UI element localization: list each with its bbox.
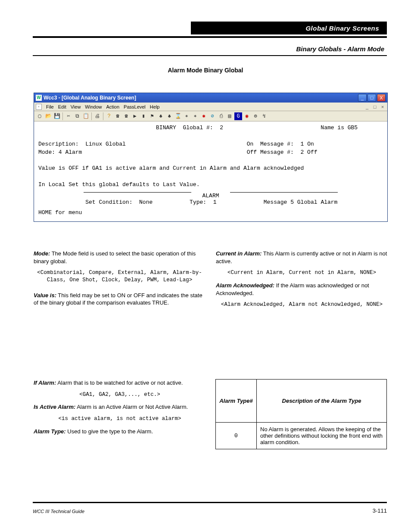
cell-desc: No Alarm is generated. Allows the keepin… <box>257 423 387 449</box>
section-title: Binary Globals - Alarm Mode <box>296 45 385 53</box>
separator-icon <box>91 112 92 120</box>
rule-right <box>230 192 338 193</box>
page-footer: WCC III Technical Guide 3-111 <box>33 502 387 514</box>
inner-close-icon[interactable]: × <box>380 104 386 109</box>
banner-rule <box>33 36 387 38</box>
col-header-num: Alarm Type# <box>216 380 257 423</box>
alarm-heading: ALARM <box>34 193 387 199</box>
menu-file[interactable]: File <box>46 104 54 109</box>
tool-icon[interactable]: G <box>234 112 242 120</box>
para-valueis: Value is: This field may be set to ON or… <box>34 292 206 307</box>
tool-icon[interactable]: ♣ <box>157 112 165 120</box>
description-line: Description: Linux Global On Message #: … <box>38 141 314 147</box>
tool-icon[interactable]: ▤ <box>226 112 234 120</box>
tool-icon[interactable]: ⚑ <box>148 112 156 120</box>
document-icon: ▫ <box>36 104 42 110</box>
section-title-row: Binary Globals - Alarm Mode <box>33 42 387 56</box>
para-ack: Alarm Acknowledged: If the Alarm was ack… <box>216 282 388 297</box>
tool-icon[interactable]: ⚙ <box>252 112 259 120</box>
page-banner: Global Binary Screens <box>33 22 387 38</box>
app-window: W Wcc3 - [Global Analog Binary Screen] _… <box>34 93 388 222</box>
tool-icon[interactable]: ✶ <box>191 112 199 120</box>
para-current: Current in Alarm: This Alarm is currentl… <box>216 250 388 265</box>
menu-passlevel[interactable]: PassLevel <box>124 104 146 109</box>
close-button[interactable]: X <box>377 94 386 102</box>
inner-window-buttons: _ □ × <box>364 104 386 109</box>
body-text: Mode: The Mode field is used to select t… <box>34 250 388 313</box>
menu-help[interactable]: Help <box>150 104 160 109</box>
para-mode: Mode: The Mode field is used to select t… <box>34 250 206 265</box>
col-header-desc: Description of the Alarm Type <box>257 380 387 423</box>
tool-icon[interactable]: ↯ <box>260 112 268 120</box>
maximize-button[interactable]: □ <box>367 94 376 102</box>
cut-icon[interactable]: ✂ <box>65 112 72 120</box>
window-title: Wcc3 - [Global Analog Binary Screen] <box>44 95 358 101</box>
alarm-type-table: Alarm Type# Description of the Alarm Typ… <box>215 379 387 449</box>
print-icon[interactable]: 🖨 <box>93 112 101 120</box>
para-ifalarm: If Alarm: Alarm that is to be watched fo… <box>34 379 206 387</box>
menu-view[interactable]: View <box>71 104 81 109</box>
paste-icon[interactable]: 📋 <box>82 112 90 120</box>
tool-icon[interactable]: ✶ <box>183 112 190 120</box>
menu-window[interactable]: Window <box>85 104 102 109</box>
subheader: Alarm Mode Binary Global <box>0 67 411 74</box>
tool-icon[interactable]: ⊘ <box>209 112 216 120</box>
minimize-button[interactable]: _ <box>358 94 367 102</box>
mode-line: Mode: 4 Alarm Off Message #: 2 Off <box>38 149 318 156</box>
app-icon: W <box>36 95 42 101</box>
global-header-line: BINARY Global #: 2 Name is GB5 <box>38 124 358 131</box>
alarm-detail-line: Set Condition: None Type: 1 Message 5 Gl… <box>34 199 387 205</box>
separator-icon <box>103 112 103 120</box>
help-icon[interactable]: ? <box>105 112 113 120</box>
cell-num: 0 <box>216 423 257 449</box>
tool-icon[interactable]: ⌛ <box>174 112 182 120</box>
rule-left <box>84 192 191 193</box>
footer-page-number: 3-111 <box>373 507 387 514</box>
table-header-row: Alarm Type# Description of the Alarm Typ… <box>216 380 387 423</box>
tool-icon[interactable]: ☎ <box>114 112 121 120</box>
left-block: If Alarm: Alarm that is to be watched fo… <box>34 379 206 439</box>
window-buttons: _ □ X <box>358 94 386 102</box>
terminal-area: BINARY Global #: 2 Name is GB5 Descripti… <box>34 121 387 193</box>
toolbar: ▢ 📂 💾 ✂ ⧉ 📋 🖨 ? ☎ ☎ ▶ ▮ ⚑ ♣ ♣ ⌛ ✶ ✶ ✱ ⊘ … <box>34 111 387 121</box>
menubar: ▫ File Edit View Window Action PassLevel… <box>34 103 387 111</box>
banner-title: Global Binary Screens <box>305 25 379 32</box>
inner-minimize-icon[interactable]: _ <box>364 104 370 109</box>
menu-edit[interactable]: Edit <box>58 104 66 109</box>
localset-line: In Local Set this global defaults to Las… <box>38 181 199 188</box>
tool-icon[interactable]: ♣ <box>165 112 173 120</box>
save-icon[interactable]: 💾 <box>53 112 61 120</box>
new-icon[interactable]: ▢ <box>36 112 44 120</box>
para-isactive: Is Active Alarm: Alarm is an Active Alar… <box>34 403 206 411</box>
current-options: <Current in Alarm, Current not in Alarm,… <box>216 269 388 277</box>
ack-options: <Alarm Acknowledged, Alarm not Acknowled… <box>216 301 388 308</box>
separator-icon <box>62 112 63 120</box>
mode-options: <Combinatorial, Compare, External, Alarm… <box>34 269 206 284</box>
footer-left: WCC III Technical Guide <box>33 509 84 514</box>
para-alarmtype: Alarm Type: Used to give the type to the… <box>34 428 206 436</box>
banner-title-block: Global Binary Screens <box>191 22 387 34</box>
value-line: Value is OFF if GA1 is active alarm and … <box>38 165 304 171</box>
open-icon[interactable]: 📂 <box>44 112 52 120</box>
tool-icon[interactable]: ◉ <box>243 112 251 120</box>
tool-icon[interactable]: ☎ <box>122 112 130 120</box>
tool-icon[interactable]: ▶ <box>131 112 139 120</box>
titlebar: W Wcc3 - [Global Analog Binary Screen] _… <box>34 93 387 103</box>
inner-restore-icon[interactable]: □ <box>372 104 378 109</box>
tool-icon[interactable]: ✱ <box>200 112 208 120</box>
menu-action[interactable]: Action <box>106 104 119 109</box>
tool-icon[interactable]: ▮ <box>140 112 147 120</box>
home-line: HOME for menu <box>34 205 387 221</box>
table-row: 0 No Alarm is generated. Allows the keep… <box>216 423 387 449</box>
ifalarm-options: <GA1, GA2, GA3,..., etc.> <box>34 391 206 398</box>
isactive-options: <is active alarm, is not active alarm> <box>34 415 206 423</box>
copy-icon[interactable]: ⧉ <box>73 112 81 120</box>
tool-icon[interactable]: ⎙ <box>217 112 225 120</box>
